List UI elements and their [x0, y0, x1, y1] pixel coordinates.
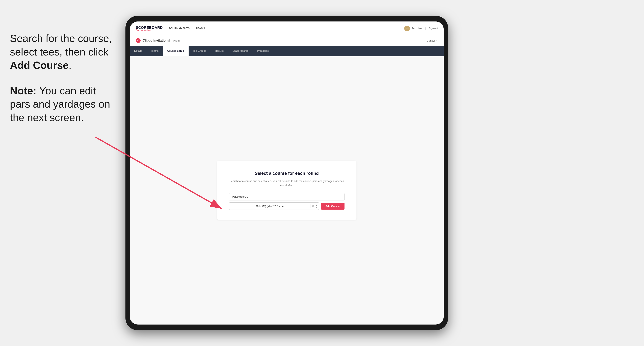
header-right: TU Test User | Sign out: [404, 26, 438, 31]
app-header: SCOREBOARD Powered by clippd TOURNAMENTS…: [130, 21, 444, 35]
add-course-button[interactable]: Add Course: [321, 203, 344, 210]
card-title: Select a course for each round: [229, 171, 344, 176]
tab-printables[interactable]: Printables: [253, 46, 273, 56]
annotation-main-text: Search for the course, select tees, then…: [10, 32, 114, 72]
tee-select-wrapper[interactable]: Gold (M) (M) (7010 yds) ✕ ▲ ▼: [229, 202, 319, 210]
logo: SCOREBOARD Powered by clippd: [136, 26, 163, 31]
tab-tee-groups[interactable]: Tee Groups: [188, 46, 211, 56]
tee-select-value: Gold (M) (M) (7010 yds): [229, 203, 310, 210]
course-setup-card: Select a course for each round Search fo…: [217, 161, 356, 220]
tab-course-setup[interactable]: Course Setup: [163, 46, 188, 56]
cancel-button[interactable]: Cancel ×: [427, 39, 438, 42]
tab-bar: Details Teams Course Setup Tee Groups Re…: [130, 46, 444, 56]
cancel-icon: ×: [436, 39, 438, 42]
tab-details[interactable]: Details: [130, 46, 146, 56]
tee-select-controls: ✕ ▲ ▼: [310, 204, 319, 208]
tournament-bar: C Clippd Invitational (Men) Cancel ×: [130, 35, 444, 46]
tournament-title-area: C Clippd Invitational (Men): [136, 38, 180, 43]
header-left: SCOREBOARD Powered by clippd TOURNAMENTS…: [136, 26, 205, 31]
tablet-frame: SCOREBOARD Powered by clippd TOURNAMENTS…: [126, 16, 448, 330]
tournament-icon: C: [136, 38, 140, 43]
annotation-note: Note: You can edit pars and yardages on …: [10, 84, 114, 125]
tab-leaderboards[interactable]: Leaderboards: [228, 46, 253, 56]
annotation-panel: Search for the course, select tees, then…: [0, 24, 124, 133]
annotation-highlight: Add Course: [10, 59, 69, 71]
cancel-label: Cancel: [427, 39, 435, 42]
card-description: Search for a course and select a tee. Yo…: [229, 179, 344, 187]
note-label: Note:: [10, 85, 39, 96]
tee-select-row: Gold (M) (M) (7010 yds) ✕ ▲ ▼ Add Course: [229, 202, 344, 210]
tournament-subtitle: (Men): [173, 39, 180, 42]
tee-clear-icon[interactable]: ✕: [312, 204, 314, 208]
tab-teams[interactable]: Teams: [146, 46, 163, 56]
nav-tournaments[interactable]: TOURNAMENTS: [169, 27, 190, 30]
main-content: Select a course for each round Search fo…: [130, 56, 444, 324]
tablet-screen: SCOREBOARD Powered by clippd TOURNAMENTS…: [130, 21, 444, 325]
user-avatar: TU: [404, 26, 410, 31]
tournament-name: Clippd Invitational: [142, 39, 170, 42]
tab-results[interactable]: Results: [211, 46, 228, 56]
sign-out-link[interactable]: Sign out: [429, 27, 438, 30]
nav-teams[interactable]: TEAMS: [196, 27, 205, 30]
main-nav: TOURNAMENTS TEAMS: [169, 27, 205, 30]
tee-arrow-icon: ▲ ▼: [315, 204, 317, 208]
pipe-separator: |: [425, 27, 426, 30]
user-label: Test User: [412, 27, 422, 30]
course-search-input[interactable]: [229, 193, 344, 200]
